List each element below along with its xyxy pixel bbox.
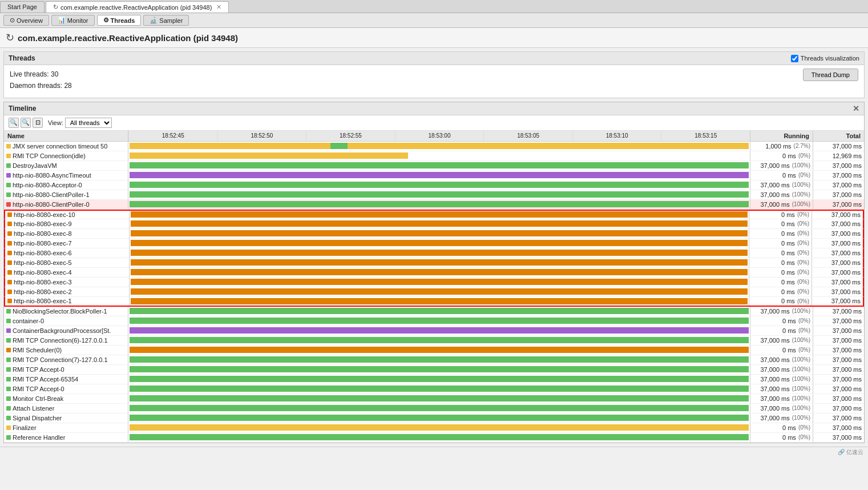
thread-total-cell: 37,000 ms — [813, 142, 864, 151]
thread-name-cell: http-nio-8080-exec-5 — [5, 258, 130, 267]
thread-name-text: RMI TCP Connection(idle) — [13, 152, 86, 159]
table-row[interactable]: http-nio-8080-exec-6 0 ms (0%) 37,000 ms — [4, 248, 864, 258]
tab-start-page[interactable]: Start Page — [0, 1, 45, 13]
thread-bar-cell — [128, 161, 750, 170]
refresh-icon[interactable]: ↻ — [6, 31, 14, 44]
thread-dot — [6, 416, 11, 420]
table-row[interactable]: RMI TCP Accept-65354 37,000 ms (100%) 37… — [4, 375, 864, 384]
thread-running-cell: 0 ms (0%) — [750, 423, 813, 432]
thread-name-cell: http-nio-8080-AsyncTimeout — [4, 171, 128, 180]
zoom-out-button[interactable]: 🔍 — [21, 118, 31, 128]
thread-dot — [7, 222, 12, 226]
thread-name-cell: container-0 — [4, 316, 128, 326]
timeline-controls: 🔍 🔍 ⊡ View: All threads — [4, 115, 864, 131]
pct-badge: (100%) — [792, 337, 810, 343]
thread-bar-cell — [130, 258, 749, 267]
pct-badge: (0%) — [798, 347, 810, 353]
table-row[interactable]: Reference Handler 0 ms (0%) 37,000 ms — [4, 433, 864, 443]
table-row[interactable]: http-nio-8080-exec-3 0 ms (0%) 37,000 ms — [4, 278, 864, 287]
table-row[interactable]: http-nio-8080-ClientPoller-1 37,000 ms (… — [4, 190, 864, 200]
thread-running-cell: 0 ms (0%) — [749, 297, 812, 306]
table-row[interactable]: Attach Listener 37,000 ms (100%) 37,000 … — [4, 404, 864, 413]
table-row[interactable]: NioBlockingSelector.BlockPoller-1 37,000… — [4, 307, 864, 316]
table-row[interactable]: Finalizer 0 ms (0%) 37,000 ms — [4, 423, 864, 433]
tab-reactive-app[interactable]: ↻ com.example.reactive.ReactiveApplicati… — [46, 1, 229, 13]
table-row[interactable]: ContainerBackgroundProcessor[St. 0 ms (0… — [4, 326, 864, 336]
thread-name-text: Monitor Ctrl-Break — [13, 395, 63, 402]
thread-total-cell: 37,000 ms — [812, 297, 863, 306]
thread-running-cell: 37,000 ms (100%) — [750, 365, 813, 374]
table-row[interactable]: RMI TCP Connection(7)-127.0.0.1 37,000 m… — [4, 355, 864, 365]
table-row[interactable]: RMI TCP Accept-0 37,000 ms (100%) 37,000… — [4, 384, 864, 394]
thread-bar-cell — [128, 365, 750, 374]
thread-name-cell: http-nio-8080-exec-2 — [5, 287, 130, 296]
table-row[interactable]: http-nio-8080-exec-10 0 ms (0%) 37,000 m… — [4, 210, 864, 219]
table-row[interactable]: http-nio-8080-AsyncTimeout 0 ms (0%) 37,… — [4, 171, 864, 180]
threads-panel-header: Threads Threads visualization — [4, 52, 864, 65]
time-label-4: 18:53:05 — [483, 131, 572, 141]
thread-total-cell: 37,000 ms — [813, 190, 864, 199]
thread-dump-button[interactable]: Thread Dump — [803, 69, 858, 81]
nav-btn-monitor[interactable]: 📊 Monitor — [51, 15, 95, 26]
pct-badge: (0%) — [798, 424, 810, 431]
running-value: 37,000 ms — [760, 182, 789, 188]
table-row[interactable]: http-nio-8080-exec-9 0 ms (0%) 37,000 ms — [4, 219, 864, 229]
close-timeline-icon[interactable]: ✕ — [853, 104, 859, 113]
zoom-reset-button[interactable]: ⊡ — [33, 118, 43, 128]
total-value: 37,000 ms — [831, 269, 861, 276]
running-value: 0 ms — [782, 347, 796, 354]
pct-badge: (100%) — [792, 182, 810, 188]
table-row[interactable]: http-nio-8080-exec-1 0 ms (0%) 37,000 ms — [4, 297, 864, 307]
view-select[interactable]: All threads — [65, 118, 112, 128]
running-value: 37,000 ms — [760, 405, 789, 412]
thread-total-cell: 37,000 ms — [813, 161, 864, 170]
table-row[interactable]: Signal Dispatcher 37,000 ms (100%) 37,00… — [4, 413, 864, 423]
threads-viz-check[interactable]: Threads visualization — [791, 55, 859, 62]
col-header-timeline: 18:52:45 18:52:50 18:52:55 18:53:00 18:5… — [128, 131, 750, 141]
total-value: 37,000 ms — [833, 162, 862, 169]
total-value: 37,000 ms — [831, 211, 861, 218]
pct-badge: (0%) — [798, 434, 810, 440]
col-header-total: Total — [813, 131, 864, 141]
table-row[interactable]: http-nio-8080-exec-7 0 ms (0%) 37,000 ms — [4, 239, 864, 248]
thread-total-cell: 37,000 ms — [813, 413, 864, 423]
thread-running-cell: 37,000 ms (100%) — [750, 336, 813, 345]
table-row[interactable]: http-nio-8080-exec-2 0 ms (0%) 37,000 ms — [4, 287, 864, 297]
nav-btn-threads[interactable]: ⚙ Threads — [97, 15, 142, 26]
thread-running-cell: 37,000 ms (100%) — [750, 200, 813, 209]
thread-name-text: http-nio-8080-exec-10 — [14, 211, 75, 218]
thread-name-cell: Attach Listener — [4, 404, 128, 413]
thread-running-cell: 0 ms (0%) — [749, 248, 812, 258]
table-row[interactable]: RMI Scheduler(0) 0 ms (0%) 37,000 ms — [4, 346, 864, 355]
table-row[interactable]: RMI TCP Connection(6)-127.0.0.1 37,000 m… — [4, 336, 864, 346]
table-row[interactable]: Monitor Ctrl-Break 37,000 ms (100%) 37,0… — [4, 394, 864, 404]
nav-btn-sampler[interactable]: 🔬 Sampler — [143, 15, 189, 26]
refresh-tab-icon: ↻ — [53, 3, 58, 11]
table-row[interactable]: JMX server connection timeout 50 1,000 m… — [4, 142, 864, 151]
table-row[interactable]: http-nio-8080-exec-5 0 ms (0%) 37,000 ms — [4, 258, 864, 268]
thread-running-cell: 0 ms (0%) — [749, 229, 812, 238]
table-row[interactable]: http-nio-8080-exec-4 0 ms (0%) 37,000 ms — [4, 268, 864, 278]
thread-name-text: http-nio-8080-AsyncTimeout — [13, 172, 91, 179]
thread-bar-cell — [128, 336, 750, 345]
table-row[interactable]: http-nio-8080-exec-8 0 ms (0%) 37,000 ms — [4, 229, 864, 239]
table-row[interactable]: RMI TCP Connection(idle) 0 ms (0%) 12,96… — [4, 151, 864, 161]
thread-dot — [6, 144, 11, 148]
table-row[interactable]: DestroyJavaVM 37,000 ms (100%) 37,000 ms — [4, 161, 864, 171]
table-row[interactable]: http-nio-8080-ClientPoller-0 37,000 ms (… — [4, 200, 864, 210]
close-tab-icon[interactable]: ✕ — [216, 3, 221, 11]
table-row[interactable]: http-nio-8080-Acceptor-0 37,000 ms (100%… — [4, 180, 864, 190]
threads-icon: ⚙ — [103, 17, 109, 24]
thread-dot — [6, 192, 11, 197]
thread-rows-container: JMX server connection timeout 50 1,000 m… — [4, 142, 864, 443]
time-label-1: 18:52:50 — [217, 131, 306, 141]
pct-badge: (0%) — [798, 152, 810, 159]
thread-bar-cell — [130, 287, 749, 296]
table-row[interactable]: container-0 0 ms (0%) 37,000 ms — [4, 316, 864, 326]
running-value: 0 ms — [782, 172, 796, 179]
table-row[interactable]: RMI TCP Accept-0 37,000 ms (100%) 37,000… — [4, 365, 864, 375]
threads-viz-checkbox[interactable] — [791, 55, 798, 62]
nav-btn-overview[interactable]: ⊙ Overview — [3, 15, 49, 26]
zoom-in-button[interactable]: 🔍 — [9, 118, 19, 128]
thread-dot — [6, 425, 11, 430]
